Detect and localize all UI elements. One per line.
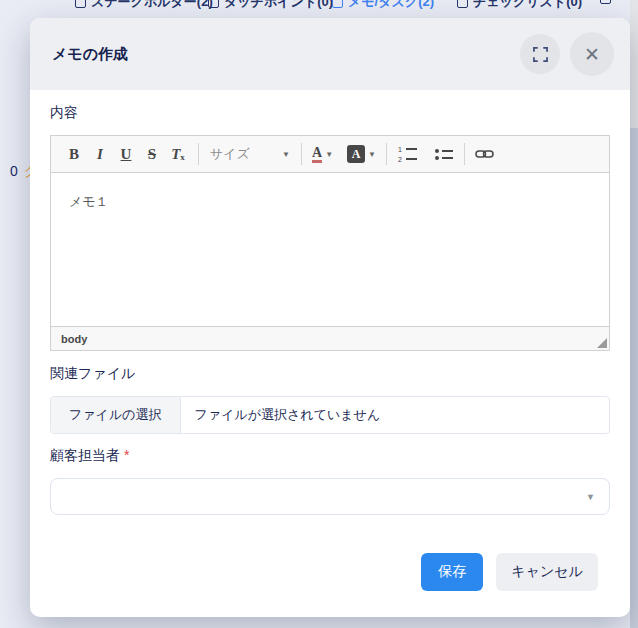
fullscreen-icon (533, 47, 548, 62)
toolbar-divider (198, 143, 199, 165)
content-label: 内容 (50, 104, 610, 122)
toolbar-divider (386, 143, 387, 165)
modal-title: メモの作成 (52, 45, 128, 64)
background-tab-more[interactable] (600, 0, 611, 4)
cancel-button[interactable]: キャンセル (496, 553, 598, 591)
editor-element-path[interactable]: body (61, 333, 87, 345)
bulleted-list-button[interactable] (431, 149, 457, 160)
chevron-down-icon: ▼ (325, 150, 333, 159)
background-tab-memos[interactable]: メモ/タスク(2) (332, 0, 434, 9)
link-icon (475, 148, 494, 160)
strikethrough-button[interactable]: S (139, 141, 165, 167)
close-button[interactable]: ✕ (570, 32, 614, 76)
memo-create-modal: メモの作成 ✕ 内容 B I U S Tx (30, 18, 630, 617)
memo-icon (332, 0, 343, 8)
editor-toolbar: B I U S Tx サイズ ▼ A ▼ A ▼ (51, 136, 609, 173)
file-input[interactable]: ファイルの選択 ファイルが選択されていません (50, 396, 610, 434)
editor-footer: body (51, 326, 609, 350)
background-tab-strip: ステークホルダー(2) タッチポイント(0) メモ/タスク(2) チェックリスト… (0, 0, 630, 9)
link-button[interactable] (472, 141, 498, 167)
document-icon (600, 0, 611, 4)
underline-button[interactable]: U (113, 141, 139, 167)
chart-icon (208, 0, 219, 8)
assignee-label: 顧客担当者* (50, 447, 610, 465)
checklist-icon (457, 0, 468, 8)
assignee-select[interactable]: ▼ (50, 478, 610, 515)
rich-text-editor: B I U S Tx サイズ ▼ A ▼ A ▼ (50, 135, 610, 351)
file-status-text: ファイルが選択されていません (181, 406, 395, 424)
background-tab-stakeholders[interactable]: ステークホルダー(2) (75, 0, 213, 9)
resize-handle[interactable] (597, 338, 607, 348)
chevron-down-icon: ▼ (368, 150, 376, 159)
save-button[interactable]: 保存 (421, 553, 483, 591)
close-icon: ✕ (584, 43, 600, 66)
expand-button[interactable] (520, 34, 560, 74)
tab-label: チェックリスト(0) (473, 0, 582, 9)
chevron-down-icon: ▼ (282, 150, 290, 159)
chevron-down-icon: ▼ (586, 492, 595, 502)
toolbar-divider (301, 143, 302, 165)
font-size-dropdown[interactable]: サイズ ▼ (206, 145, 294, 163)
modal-footer: 保存 キャンセル (50, 553, 610, 591)
text-color-button[interactable]: A ▼ (309, 145, 336, 163)
editor-text: メモ１ (69, 193, 591, 211)
editor-content-area[interactable]: メモ１ (51, 173, 609, 326)
file-select-button[interactable]: ファイルの選択 (51, 397, 181, 433)
numbered-list-button[interactable]: 1 2 (394, 146, 421, 163)
tab-label: タッチポイント(0) (224, 0, 333, 9)
background-tab-touchpoints[interactable]: タッチポイント(0) (208, 0, 333, 9)
remove-format-button[interactable]: Tx (165, 141, 191, 167)
toolbar-divider (464, 143, 465, 165)
page-scrollbar[interactable] (630, 0, 638, 628)
modal-header: メモの作成 ✕ (30, 18, 630, 90)
italic-button[interactable]: I (87, 141, 113, 167)
background-tab-checklist[interactable]: チェックリスト(0) (457, 0, 582, 9)
required-asterisk: * (124, 447, 129, 463)
bold-button[interactable]: B (61, 141, 87, 167)
people-icon (75, 0, 86, 8)
tab-label: メモ/タスク(2) (348, 0, 434, 9)
modal-body: 内容 B I U S Tx サイズ ▼ A ▼ (30, 90, 630, 607)
related-files-label: 関連ファイル (50, 365, 610, 383)
scrollbar-thumb[interactable] (630, 0, 638, 128)
background-color-button[interactable]: A ▼ (344, 145, 379, 163)
tab-label: ステークホルダー(2) (91, 0, 213, 9)
